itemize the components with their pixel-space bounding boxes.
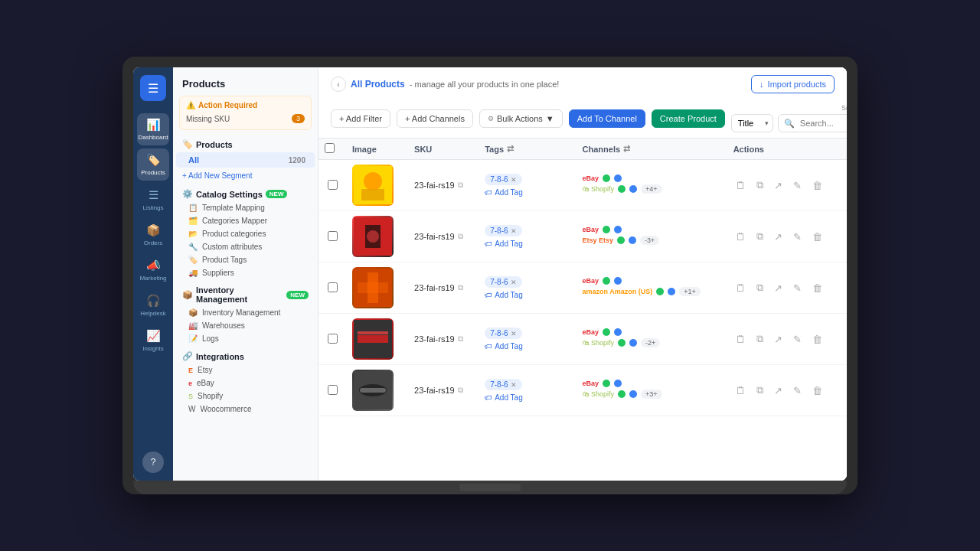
- row-5-delete-icon[interactable]: 🗑: [810, 383, 825, 399]
- sidebar-item-all[interactable]: All 1200: [176, 152, 315, 168]
- select-all-checkbox[interactable]: [325, 143, 335, 153]
- title-select-wrapper: Title ▾: [731, 114, 773, 132]
- row-3-edit-icon[interactable]: ✎: [791, 280, 804, 296]
- sidebar-item-inventory-management[interactable]: 📦 Inventory Management: [173, 306, 318, 319]
- row-2-copy-icon[interactable]: ⧉: [458, 232, 463, 241]
- row-4-tags-cell: 7-8-6 ✕ 🏷 Add Tag: [479, 314, 576, 365]
- bulk-actions-button[interactable]: ⚙ Bulk Actions ▼: [479, 109, 563, 128]
- alert-item-missing-sku[interactable]: Missing SKU 3: [186, 112, 305, 125]
- add-segment-btn[interactable]: + Add New Segment: [173, 168, 318, 183]
- row-1-checkbox[interactable]: [328, 180, 338, 190]
- marketing-icon: 📣: [146, 259, 161, 272]
- row-5-checkbox[interactable]: [328, 385, 338, 395]
- nav-item-products[interactable]: 🏷️ Products: [137, 148, 169, 181]
- row-2-add-tag-btn[interactable]: 🏷 Add Tag: [485, 240, 523, 248]
- row-4-duplicate-icon[interactable]: ⧉: [754, 331, 766, 347]
- sidebar-item-warehouses[interactable]: 🏭 Warehouses: [173, 319, 318, 332]
- svg-rect-10: [358, 335, 388, 343]
- row-1-add-tag-btn[interactable]: 🏷 Add Tag: [485, 188, 523, 197]
- row-5-export-icon[interactable]: ↗: [772, 383, 785, 399]
- nav-item-orders[interactable]: 📦 Orders: [137, 219, 169, 251]
- create-product-label: Create Product: [660, 114, 717, 123]
- row-5-add-tag-btn[interactable]: 🏷 Add Tag: [485, 393, 523, 402]
- tags-sort-icon[interactable]: ⇄: [507, 144, 514, 154]
- row-2-edit-icon[interactable]: ✎: [791, 229, 804, 245]
- row-3-view-icon[interactable]: 🗒: [733, 280, 748, 296]
- row-1-delete-icon[interactable]: 🗑: [810, 178, 825, 194]
- row-4-export-icon[interactable]: ↗: [772, 331, 785, 347]
- row-3-checkbox[interactable]: [328, 282, 338, 292]
- row-5-duplicate-icon[interactable]: ⧉: [754, 382, 766, 399]
- sidebar-item-woocommerce[interactable]: W Woocommerce: [173, 403, 318, 416]
- row-4-more-channels[interactable]: -2+: [641, 338, 660, 347]
- bulk-icon: ⚙: [488, 115, 494, 122]
- table-container: Image SKU Tags ⇄: [318, 139, 847, 481]
- row-4-tag-remove-icon[interactable]: ✕: [511, 330, 517, 337]
- nav-item-marketing[interactable]: 📣 Marketing: [137, 254, 169, 286]
- table-row: 23-fai-rs19 ⧉ 7-8-6 ✕: [318, 365, 847, 416]
- row-2-duplicate-icon[interactable]: ⧉: [754, 228, 766, 245]
- ebay-status-2-4: [614, 328, 622, 336]
- row-4-view-icon[interactable]: 🗒: [733, 331, 748, 347]
- row-3-delete-icon[interactable]: 🗑: [810, 280, 825, 296]
- sidebar-item-custom-attributes[interactable]: 🔧 Custom attributes: [173, 240, 318, 253]
- sidebar-item-product-tags[interactable]: 🏷️ Product Tags: [173, 253, 318, 266]
- nav-label-marketing: Marketing: [139, 275, 166, 282]
- sidebar-item-logs[interactable]: 📝 Logs: [173, 332, 318, 345]
- create-product-button[interactable]: Create Product: [652, 109, 725, 128]
- row-5-copy-icon[interactable]: ⧉: [458, 386, 463, 395]
- table-row: 23-fai-rs19 ⧉ 7-8-6 ✕: [318, 160, 847, 211]
- row-4-edit-icon[interactable]: ✎: [791, 331, 804, 347]
- help-button[interactable]: ?: [142, 452, 164, 473]
- row-5-more-channels[interactable]: +3+: [641, 390, 662, 399]
- sidebar-item-categories-mapper[interactable]: 🗂️ Categories Mapper: [173, 214, 318, 227]
- nav-item-dashboard[interactable]: 📊 Dashboard: [137, 113, 169, 145]
- row-4-copy-icon[interactable]: ⧉: [458, 334, 463, 344]
- add-channels-button[interactable]: + Add Channels: [397, 109, 473, 128]
- row-1-more-channels[interactable]: +4+: [641, 184, 662, 194]
- import-products-button[interactable]: ↓ Import products: [751, 75, 835, 93]
- channels-sort-icon[interactable]: ⇄: [623, 144, 630, 154]
- row-5-tag-remove-icon[interactable]: ✕: [511, 381, 517, 389]
- row-4-add-tag-btn[interactable]: 🏷 Add Tag: [485, 342, 523, 350]
- row-2-export-icon[interactable]: ↗: [772, 229, 785, 245]
- sidebar-item-template-mapping[interactable]: 📋 Template Mapping: [173, 201, 318, 214]
- sidebar-item-ebay[interactable]: e eBay: [173, 377, 318, 390]
- sidebar-item-shopify[interactable]: S Shopify: [173, 390, 318, 403]
- nav-item-listings[interactable]: ☰ Listings: [137, 184, 169, 216]
- row-1-copy-icon[interactable]: ⧉: [458, 181, 463, 190]
- row-1-export-icon[interactable]: ↗: [772, 178, 785, 194]
- app-logo[interactable]: ☰: [140, 75, 166, 101]
- title-select[interactable]: Title: [731, 114, 773, 132]
- row-3-copy-icon[interactable]: ⧉: [458, 283, 463, 292]
- sidebar-item-suppliers[interactable]: 🚚 Suppliers: [173, 266, 318, 279]
- sidebar-item-product-categories[interactable]: 📂 Product categories: [173, 227, 318, 240]
- sidebar-item-etsy[interactable]: E Etsy: [173, 364, 318, 377]
- back-button[interactable]: ‹: [331, 77, 346, 92]
- row-4-delete-icon[interactable]: 🗑: [810, 331, 825, 347]
- row-3-more-channels[interactable]: +1+: [679, 287, 701, 296]
- row-3-duplicate-icon[interactable]: ⧉: [754, 279, 766, 296]
- nav-item-helpdesk[interactable]: 🎧 Helpdesk: [137, 289, 169, 321]
- row-1-view-icon[interactable]: 🗒: [733, 178, 748, 194]
- row-2-delete-icon[interactable]: 🗑: [810, 229, 825, 245]
- shopify-channel-icon-5: 🛍 Shopify: [583, 390, 615, 398]
- row-2-more-channels[interactable]: -3+: [640, 236, 659, 245]
- row-1-tag-remove-icon[interactable]: ✕: [511, 176, 517, 184]
- row-4-checkbox[interactable]: [328, 334, 338, 344]
- row-2-view-icon[interactable]: 🗒: [733, 229, 748, 245]
- row-3-image-cell: [346, 262, 408, 314]
- nav-item-insights[interactable]: 📈 Insights: [137, 324, 169, 357]
- row-2-tag-remove-icon[interactable]: ✕: [511, 227, 517, 235]
- row-2-checkbox[interactable]: [328, 231, 338, 241]
- row-3-tag-remove-icon[interactable]: ✕: [511, 279, 517, 286]
- row-1-edit-icon[interactable]: ✎: [791, 178, 804, 194]
- catalog-icon: ⚙️: [182, 189, 193, 199]
- add-filter-button[interactable]: + Add Filter: [331, 109, 390, 128]
- row-5-view-icon[interactable]: 🗒: [733, 383, 748, 399]
- row-3-add-tag-btn[interactable]: 🏷 Add Tag: [485, 291, 523, 299]
- row-3-export-icon[interactable]: ↗: [772, 280, 785, 296]
- add-to-channel-button[interactable]: Add To Channel: [569, 109, 645, 128]
- row-1-duplicate-icon[interactable]: ⧉: [754, 177, 766, 194]
- row-5-edit-icon[interactable]: ✎: [791, 383, 804, 399]
